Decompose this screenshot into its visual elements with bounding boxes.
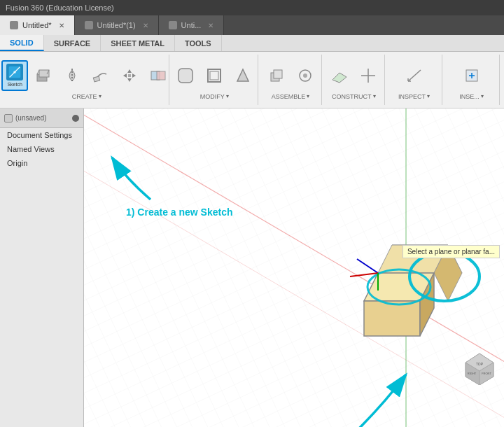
joint-button[interactable] <box>292 60 318 91</box>
viewport[interactable]: 1) Create a new Sketch 2) Then you have … <box>84 108 504 427</box>
axis-icon <box>360 67 377 84</box>
tab-1-close[interactable]: ✕ <box>59 22 64 29</box>
create-buttons: Sketch <box>1 60 172 91</box>
assemble-label: ASSEMBLE ▾ <box>272 93 310 100</box>
modify-group: MODIFY ▾ <box>171 55 258 105</box>
tab-solid[interactable]: SOLID <box>0 35 44 51</box>
extrude-icon <box>35 67 52 84</box>
tab-sheet-metal[interactable]: SHEET METAL <box>101 35 175 51</box>
tab-3-label: Unti... <box>181 21 202 29</box>
new-component-icon <box>268 67 285 84</box>
measure-button[interactable] <box>401 60 428 91</box>
assemble-dropdown-arrow[interactable]: ▾ <box>307 93 309 99</box>
create-label: CREATE ▾ <box>72 93 102 100</box>
ribbon: SOLID SURFACE SHEET METAL TOOLS Sketch <box>0 35 504 108</box>
construct-label: CONSTRUCT ▾ <box>332 93 376 100</box>
extrude-button[interactable] <box>30 60 57 91</box>
tab-1[interactable]: Untitled* ✕ <box>0 15 75 35</box>
svg-marker-12 <box>123 74 127 78</box>
inspect-dropdown-arrow[interactable]: ▾ <box>427 93 430 99</box>
create-dropdown-arrow[interactable]: ▾ <box>99 93 102 99</box>
svg-point-24 <box>303 74 307 78</box>
ribbon-tabs: SOLID SURFACE SHEET METAL TOOLS <box>0 35 504 52</box>
tab-bar: Untitled* ✕ Untitled*(1) ✕ Unti... ✕ <box>0 15 504 35</box>
tab-surface[interactable]: SURFACE <box>44 35 102 51</box>
sketch-icon <box>6 64 23 80</box>
unsaved-icon <box>4 114 13 122</box>
svg-rect-16 <box>157 71 165 80</box>
modify-dropdown-arrow[interactable]: ▾ <box>226 93 229 99</box>
svg-rect-14 <box>128 74 131 77</box>
tab-tools[interactable]: TOOLS <box>175 35 222 51</box>
construct-buttons <box>326 60 382 91</box>
new-component-button[interactable] <box>263 60 290 91</box>
sweep-icon <box>92 67 109 84</box>
combine-icon <box>150 67 167 84</box>
sweep-button[interactable] <box>88 60 114 91</box>
tab-doc-icon <box>10 21 18 29</box>
svg-text:FRONT: FRONT <box>482 372 491 375</box>
insert-icon <box>463 67 480 84</box>
tab-doc-icon-2 <box>85 21 93 29</box>
panel-item-named-views[interactable]: Named Views <box>0 142 83 156</box>
svg-text:RIGHT: RIGHT <box>468 372 477 375</box>
draft-icon <box>234 67 251 84</box>
modify-buttons <box>172 60 256 91</box>
svg-rect-17 <box>178 69 192 83</box>
tab-3-close[interactable]: ✕ <box>208 22 214 29</box>
insert-label: INSE... ▾ <box>459 93 484 100</box>
nav-cube[interactable]: TOP FRONT RIGHT <box>462 350 497 385</box>
svg-marker-13 <box>132 74 136 78</box>
fillet-button[interactable] <box>172 60 199 91</box>
axis-button[interactable] <box>355 60 382 91</box>
panel-item-origin[interactable]: Origin <box>0 156 83 170</box>
ribbon-content: Sketch <box>0 52 504 108</box>
sketch-label: Sketch <box>7 82 22 87</box>
plane-button[interactable] <box>326 60 353 91</box>
create-group: Sketch <box>4 55 169 105</box>
insert-mcad-button[interactable] <box>458 60 485 91</box>
fillet-icon <box>177 67 194 84</box>
combine-button[interactable] <box>145 60 172 91</box>
measure-icon <box>406 67 423 84</box>
settings-dot[interactable] <box>72 115 79 122</box>
inspect-group: INSPECT ▾ <box>386 55 442 105</box>
joint-icon <box>297 67 314 84</box>
revolve-button[interactable] <box>59 60 85 91</box>
insert-dropdown-arrow[interactable]: ▾ <box>481 93 484 99</box>
svg-line-46 <box>357 259 378 273</box>
svg-text:TOP: TOP <box>476 362 484 366</box>
tab-doc-icon-3 <box>169 21 177 29</box>
move-button[interactable] <box>116 60 143 91</box>
panel-item-doc-settings[interactable]: Document Settings <box>0 128 83 142</box>
plane-icon <box>331 67 348 84</box>
sketch-button[interactable]: Sketch <box>1 60 28 91</box>
move-icon <box>121 67 138 84</box>
main-area: (unsaved) Document Settings Named Views … <box>0 108 504 427</box>
insert-group: INSE... ▾ <box>444 55 500 105</box>
tab-2-label: Untitled*(1) <box>97 21 136 29</box>
assemble-buttons <box>263 60 318 91</box>
title-bar: Fusion 360 (Education License) <box>0 0 504 15</box>
svg-line-28 <box>408 70 421 81</box>
left-panel: (unsaved) Document Settings Named Views … <box>0 108 84 427</box>
modify-label: MODIFY ▾ <box>200 93 229 100</box>
tab-2[interactable]: Untitled*(1) ✕ <box>75 15 159 35</box>
title-text: Fusion 360 (Education License) <box>6 4 114 12</box>
svg-point-3 <box>13 71 16 74</box>
shell-button[interactable] <box>201 60 227 91</box>
assemble-group: ASSEMBLE ▾ <box>260 55 321 105</box>
svg-marker-10 <box>127 69 132 73</box>
tab-3[interactable]: Unti... ✕ <box>159 15 225 35</box>
svg-marker-11 <box>127 78 132 82</box>
tab-1-label: Untitled* <box>22 21 52 29</box>
svg-rect-22 <box>274 70 282 78</box>
inspect-label: INSPECT ▾ <box>398 93 430 100</box>
construct-dropdown-arrow[interactable]: ▾ <box>373 93 376 99</box>
svg-marker-20 <box>237 69 248 81</box>
draft-button[interactable] <box>230 60 256 91</box>
svg-marker-43 <box>364 301 420 336</box>
svg-marker-25 <box>332 73 346 83</box>
tab-2-close[interactable]: ✕ <box>143 22 148 29</box>
shell-icon <box>206 67 223 84</box>
